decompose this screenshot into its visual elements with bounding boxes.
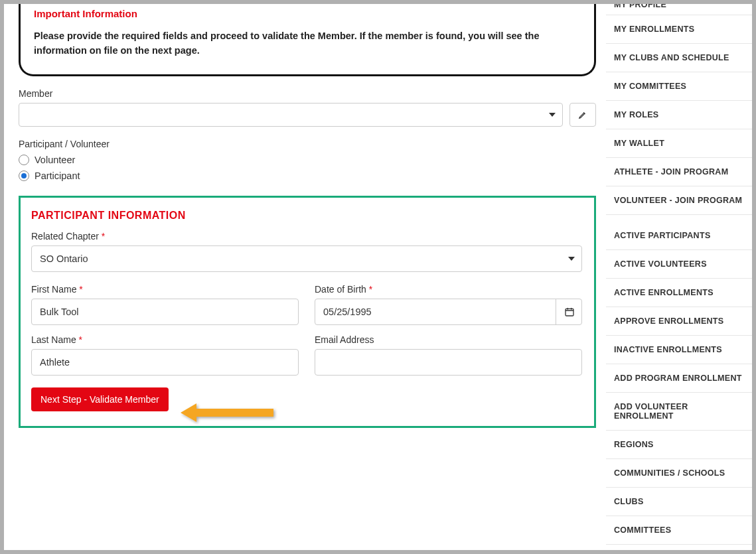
first-name-input[interactable] [31, 299, 299, 325]
edit-button[interactable] [569, 103, 596, 127]
sidebar-item[interactable]: MY CLUBS AND SCHEDULE [606, 44, 752, 72]
info-text: Please provide the required fields and p… [34, 29, 581, 58]
sidebar-item[interactable]: COMMUNITIES / SCHOOLS [606, 459, 752, 488]
sidebar-item[interactable]: ADD VOLUNTEER ENROLLMENT [606, 393, 752, 431]
sidebar-item[interactable]: REGIONS [606, 431, 752, 459]
sidebar-item[interactable]: MY COMMITTEES [606, 72, 752, 101]
related-chapter-select[interactable]: SO Ontario [31, 245, 582, 272]
radio-icon-checked [19, 171, 29, 181]
first-name-label: First Name * [31, 284, 299, 295]
related-chapter-label: Related Chapter * [31, 231, 582, 242]
calendar-button[interactable] [556, 299, 582, 325]
sidebar: MY PROFILE MY ENROLLMENTS MY CLUBS AND S… [606, 4, 752, 550]
radio-icon [19, 155, 29, 165]
radio-volunteer[interactable]: Volunteer [19, 155, 596, 165]
sidebar-item[interactable]: ACTIVE PARTICIPANTS [606, 222, 752, 250]
dob-label: Date of Birth * [315, 284, 582, 295]
participant-info-panel: PARTICIPANT INFORMATION Related Chapter … [19, 196, 596, 428]
radio-volunteer-label: Volunteer [35, 155, 75, 165]
calendar-icon [564, 307, 575, 317]
sidebar-item[interactable]: ACTIVE ENROLLMENTS [606, 279, 752, 307]
sidebar-item[interactable]: APPROVE ENROLLMENTS [606, 307, 752, 336]
member-select-value [19, 104, 27, 115]
sidebar-item[interactable]: MY ENROLLMENTS [606, 15, 752, 44]
last-name-label: Last Name * [31, 334, 299, 345]
related-chapter-value: SO Ontario [40, 253, 88, 264]
radio-participant[interactable]: Participant [19, 171, 596, 181]
panel-heading: PARTICIPANT INFORMATION [31, 210, 582, 222]
participant-volunteer-label: Participant / Volunteer [19, 139, 596, 149]
sidebar-item[interactable]: MY PROFILE [606, 4, 752, 15]
sidebar-item[interactable]: MY ROLES [606, 101, 752, 129]
email-label: Email Address [315, 334, 582, 345]
chevron-down-icon [568, 257, 575, 261]
sidebar-item[interactable]: CLUBS [606, 488, 752, 516]
pencil-icon [578, 110, 587, 119]
member-select[interactable] [19, 103, 563, 127]
svg-rect-0 [566, 309, 573, 316]
info-title: Important Information [34, 4, 581, 19]
sidebar-item[interactable]: NEW FACILITY [606, 545, 752, 550]
radio-participant-label: Participant [35, 171, 80, 181]
sidebar-item[interactable]: COMMITTEES [606, 516, 752, 545]
dob-input[interactable] [315, 299, 582, 325]
email-input[interactable] [315, 349, 582, 376]
sidebar-item[interactable]: ADD PROGRAM ENROLLMENT [606, 364, 752, 393]
member-label: Member [19, 88, 596, 99]
sidebar-item[interactable]: INACTIVE ENROLLMENTS [606, 336, 752, 364]
sidebar-item[interactable]: ACTIVE VOLUNTEERS [606, 250, 752, 279]
chevron-down-icon [549, 113, 556, 117]
sidebar-item[interactable]: MY WALLET [606, 129, 752, 158]
sidebar-item[interactable]: ATHLETE - JOIN PROGRAM [606, 158, 752, 186]
info-box: Important Information Please provide the… [19, 4, 596, 76]
validate-member-button[interactable]: Next Step - Validate Member [31, 387, 169, 411]
last-name-input[interactable] [31, 349, 299, 376]
sidebar-item[interactable]: VOLUNTEER - JOIN PROGRAM [606, 186, 752, 215]
